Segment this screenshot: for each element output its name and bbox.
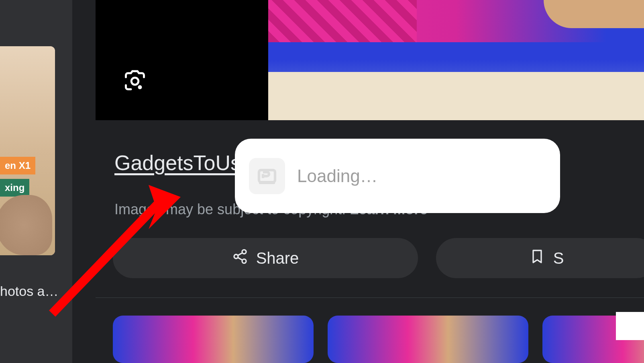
svg-rect-8	[259, 182, 275, 184]
popup-app-icon	[249, 158, 285, 194]
badge-label-teal: xing	[0, 179, 29, 197]
thumbnail-image: en X1 xing	[0, 46, 55, 255]
related-thumb-1[interactable]	[113, 316, 314, 363]
section-divider	[96, 297, 644, 298]
source-link[interactable]: GadgetsToUs	[114, 151, 241, 175]
related-thumb-2[interactable]	[328, 316, 528, 363]
loading-text: Loading…	[297, 166, 378, 186]
thumbnail-card[interactable]: en X1 xing	[0, 46, 55, 255]
bookmark-icon	[529, 248, 545, 268]
diamond-pattern-region	[268, 0, 417, 42]
sidebar-panel: en X1 xing hotos a…	[0, 0, 72, 363]
svg-line-6	[238, 257, 243, 260]
save-button-label: S	[553, 249, 564, 267]
svg-point-2	[242, 250, 246, 254]
finger-image-fragment	[544, 0, 644, 28]
share-button[interactable]: Share	[113, 238, 418, 278]
main-image-preview[interactable]	[268, 0, 644, 120]
image-viewer-black-area	[96, 0, 268, 120]
svg-line-5	[238, 252, 243, 255]
loading-popup: Loading…	[235, 139, 560, 213]
lens-icon[interactable]	[123, 69, 147, 95]
share-icon	[232, 248, 248, 268]
svg-point-1	[138, 85, 142, 89]
badge-label-orange: en X1	[0, 157, 35, 174]
white-corner-overlay	[616, 312, 644, 340]
share-button-label: Share	[256, 249, 299, 267]
svg-point-4	[242, 259, 246, 263]
related-thumbnails-row	[113, 316, 644, 363]
hand-image-fragment	[0, 195, 52, 255]
svg-point-0	[131, 78, 139, 85]
thumbnail-caption: hotos a…	[0, 283, 59, 299]
save-button[interactable]: S	[436, 238, 644, 278]
action-button-row: Share S	[113, 238, 644, 278]
svg-point-3	[234, 254, 238, 258]
